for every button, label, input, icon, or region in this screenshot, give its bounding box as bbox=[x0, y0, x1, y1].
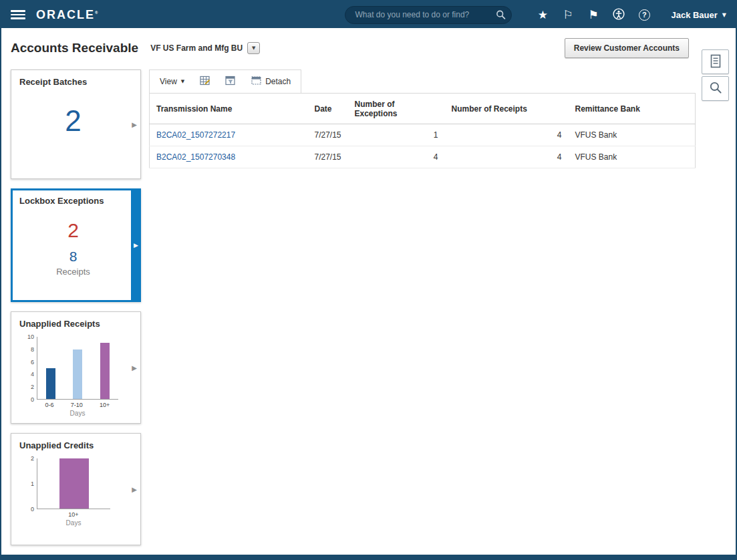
flag-outline-icon: ⚐ bbox=[563, 9, 573, 21]
x-axis-label: Days bbox=[37, 519, 110, 527]
star-icon: ★ bbox=[538, 9, 548, 21]
transmissions-table: Transmission Name Date Number of Excepti… bbox=[149, 93, 696, 168]
global-search-input[interactable] bbox=[345, 6, 512, 24]
query-table-icon bbox=[225, 76, 236, 88]
review-customer-accounts-button[interactable]: Review Customer Accounts bbox=[565, 38, 689, 58]
view-menu-button[interactable]: View ▼ bbox=[155, 74, 189, 89]
bank-cell: VFUS Bank bbox=[569, 146, 696, 168]
y-axis: 210 bbox=[23, 458, 37, 509]
business-unit-label: VF US Farm and Mfg BU bbox=[150, 43, 243, 53]
footer-bar bbox=[1, 555, 736, 559]
oracle-logo: ORACLE® bbox=[36, 8, 98, 22]
chevron-right-icon: ▶ bbox=[132, 486, 137, 493]
x-tick-label: 10+ bbox=[68, 511, 78, 518]
chevron-right-icon: ▶ bbox=[132, 364, 137, 372]
x-tick-label: 0-6 bbox=[45, 402, 54, 408]
navigator-menu-button[interactable] bbox=[11, 9, 25, 21]
bar bbox=[73, 349, 82, 399]
plot-column: 10+ Days bbox=[37, 458, 110, 527]
accessibility-icon bbox=[613, 8, 625, 22]
x-categories: 10+ bbox=[37, 511, 110, 518]
global-header: ORACLE® ★ ⚐ ⚑ ? Jack Bauer ▼ bbox=[1, 1, 736, 28]
page-title: Accounts Receivable bbox=[11, 41, 138, 55]
watchlist-button[interactable]: ⚐ bbox=[557, 5, 579, 25]
accessibility-button[interactable] bbox=[608, 5, 629, 25]
export-grid-icon bbox=[200, 76, 210, 88]
page-header: Accounts Receivable VF US Farm and Mfg B… bbox=[11, 31, 726, 65]
receipts-cell: 4 bbox=[445, 146, 569, 168]
magnifier-icon bbox=[709, 81, 722, 96]
receipts-cell: 4 bbox=[445, 124, 569, 146]
tasks-panel-button[interactable] bbox=[702, 49, 729, 74]
tile-receipt-batches[interactable]: Receipt Batches 2 ▶ bbox=[11, 69, 141, 179]
search-panel-button[interactable] bbox=[702, 76, 729, 101]
tile-title: Unapplied Receipts bbox=[19, 319, 127, 329]
lockbox-receipts-label: Receipts bbox=[19, 267, 127, 277]
query-by-example-button[interactable] bbox=[221, 74, 240, 90]
tile-lockbox-exceptions[interactable]: Lockbox Exceptions 2 8 Receipts ▶ bbox=[11, 188, 141, 302]
chevron-right-icon: ▶ bbox=[134, 242, 138, 249]
bar bbox=[46, 368, 55, 400]
transmission-link[interactable]: B2CA02_1507272217 bbox=[156, 130, 235, 140]
bar bbox=[100, 343, 110, 399]
favorites-button[interactable]: ★ bbox=[532, 5, 553, 25]
infotile-column: Receipt Batches 2 ▶ Lockbox Exceptions 2… bbox=[11, 69, 141, 545]
body-grid: Receipt Batches 2 ▶ Lockbox Exceptions 2… bbox=[11, 69, 726, 545]
detach-icon bbox=[251, 76, 261, 87]
exceptions-cell: 1 bbox=[348, 124, 445, 146]
table-toolbar: View ▼ bbox=[149, 69, 301, 93]
page-content: Accounts Receivable VF US Farm and Mfg B… bbox=[1, 28, 736, 555]
tile-unapplied-credits[interactable]: Unapplied Credits 210 10+ Days ▶ bbox=[11, 433, 141, 545]
date-cell: 7/27/15 bbox=[308, 146, 348, 168]
panel-drawer-rail bbox=[702, 49, 729, 101]
global-search bbox=[345, 6, 512, 24]
y-axis: 1086420 bbox=[23, 337, 37, 400]
x-axis-label: Days bbox=[37, 410, 118, 417]
x-tick-label: 7-10 bbox=[71, 402, 83, 408]
hamburger-icon bbox=[11, 10, 25, 12]
x-tick-label: 10+ bbox=[100, 402, 110, 408]
plot-area bbox=[37, 337, 118, 400]
chevron-down-icon: ▼ bbox=[181, 79, 184, 84]
unapplied-credits-chart: 210 10+ Days bbox=[23, 458, 127, 527]
export-to-excel-button[interactable] bbox=[196, 74, 214, 90]
search-icon[interactable] bbox=[496, 10, 506, 20]
bar bbox=[59, 458, 89, 509]
notifications-button[interactable]: ⚑ bbox=[583, 5, 604, 25]
column-header-number-of-receipts[interactable]: Number of Receipts bbox=[445, 94, 569, 124]
selected-tile-indicator: ▶ bbox=[131, 188, 141, 302]
flag-filled-icon: ⚑ bbox=[589, 9, 599, 21]
business-unit-dropdown-button[interactable]: ▼ bbox=[247, 42, 260, 54]
business-unit-selector: VF US Farm and Mfg BU ▼ bbox=[150, 42, 260, 54]
column-header-remittance-bank[interactable]: Remittance Bank bbox=[569, 94, 696, 124]
lockbox-receipt-count: 8 bbox=[19, 249, 127, 265]
bank-cell: VFUS Bank bbox=[569, 124, 696, 146]
column-header-transmission-name[interactable]: Transmission Name bbox=[150, 94, 308, 124]
exceptions-cell: 4 bbox=[348, 146, 445, 168]
user-name: Jack Bauer bbox=[671, 10, 717, 20]
plot-column: 0-67-1010+ Days bbox=[37, 337, 118, 417]
tile-title: Unapplied Credits bbox=[19, 440, 127, 450]
lockbox-exception-count: 2 bbox=[19, 219, 127, 242]
application-window: ORACLE® ★ ⚐ ⚑ ? Jack Bauer ▼ bbox=[0, 0, 737, 560]
chevron-down-icon: ▼ bbox=[252, 45, 255, 51]
global-header-icons: ★ ⚐ ⚑ ? bbox=[532, 5, 655, 25]
tile-unapplied-receipts[interactable]: Unapplied Receipts 1086420 0-67-1010+ Da… bbox=[11, 311, 141, 424]
chevron-right-icon: ▶ bbox=[132, 121, 137, 128]
table-row[interactable]: B2CA02_1507270348 7/27/15 4 4 VFUS Bank bbox=[150, 146, 696, 168]
tile-title: Lockbox Exceptions bbox=[19, 196, 127, 206]
document-icon bbox=[710, 54, 722, 70]
table-header-row: Transmission Name Date Number of Excepti… bbox=[150, 94, 696, 124]
plot-area bbox=[37, 458, 110, 509]
transmission-link[interactable]: B2CA02_1507270348 bbox=[156, 152, 235, 162]
column-header-number-of-exceptions[interactable]: Number of Exceptions bbox=[348, 94, 445, 124]
column-header-date[interactable]: Date bbox=[308, 94, 348, 124]
detach-button[interactable]: Detach bbox=[247, 74, 295, 90]
help-button[interactable]: ? bbox=[633, 5, 655, 25]
table-row[interactable]: B2CA02_1507272217 7/27/15 1 4 VFUS Bank bbox=[150, 124, 696, 146]
tile-title: Receipt Batches bbox=[19, 77, 127, 87]
registered-mark: ® bbox=[95, 11, 98, 15]
user-menu[interactable]: Jack Bauer ▼ bbox=[671, 10, 726, 20]
oracle-logo-text: ORACLE bbox=[36, 8, 95, 21]
lockbox-transmissions-panel: View ▼ bbox=[149, 69, 695, 168]
